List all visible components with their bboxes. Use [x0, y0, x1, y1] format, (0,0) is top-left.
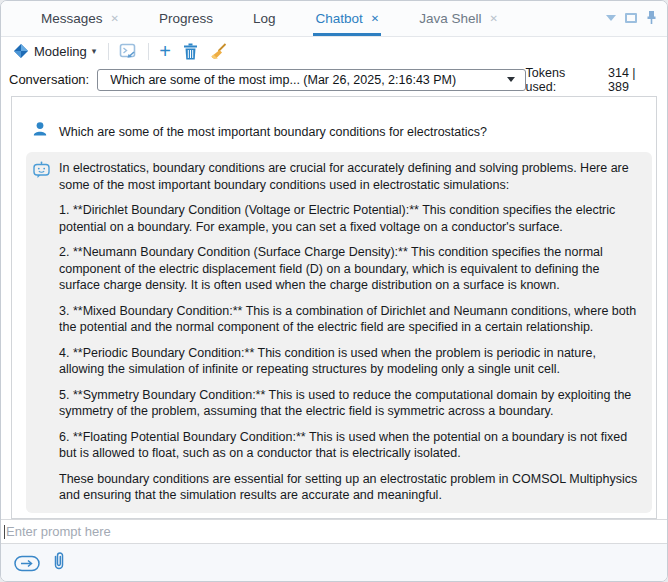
- chevron-down-icon: [507, 77, 515, 82]
- tab-label: Log: [253, 11, 276, 26]
- modeling-dropdown-button[interactable]: Modeling ▾: [9, 41, 100, 61]
- bot-paragraph: In electrostatics, boundary conditions a…: [59, 160, 642, 193]
- prompt-window-icon: [119, 43, 138, 60]
- conversation-selected-value: Which are some of the most imp... (Mar 2…: [110, 73, 506, 87]
- chat-history-panel: Which are some of the most important bou…: [11, 96, 657, 519]
- clear-conversation-button[interactable]: [208, 42, 229, 61]
- float-window-icon[interactable]: [625, 13, 637, 23]
- send-prompt-button[interactable]: [14, 555, 40, 572]
- bot-message-text: In electrostatics, boundary conditions a…: [59, 160, 642, 504]
- tab-messages[interactable]: Messages ✕: [39, 3, 121, 36]
- bot-paragraph: 1. **Dirichlet Boundary Condition (Volta…: [59, 202, 642, 235]
- pin-icon[interactable]: [646, 10, 657, 25]
- new-conversation-button[interactable]: +: [157, 43, 173, 59]
- bot-message-bubble: In electrostatics, boundary conditions a…: [26, 152, 652, 513]
- conversation-select[interactable]: Which are some of the most imp... (Mar 2…: [97, 69, 525, 91]
- bot-paragraph: 6. **Floating Potential Boundary Conditi…: [59, 429, 642, 462]
- conversation-label: Conversation:: [9, 72, 89, 87]
- user-message-row: Which are some of the most important bou…: [32, 121, 656, 140]
- close-icon[interactable]: ✕: [111, 13, 119, 24]
- bot-paragraph: 2. **Neumann Boundary Condition (Surface…: [59, 244, 642, 294]
- separator: [148, 43, 149, 60]
- close-icon[interactable]: ✕: [371, 13, 379, 24]
- tab-strip: Messages ✕ Progress Log Chatbot ✕ Java S…: [39, 1, 500, 36]
- modeling-label: Modeling: [34, 44, 87, 59]
- panel-controls: [606, 1, 657, 34]
- send-arrow-icon: [14, 555, 40, 572]
- tokens-label: Tokens used:: [526, 66, 598, 94]
- add-icon: +: [159, 44, 171, 58]
- user-message-text: Which are some of the most important bou…: [59, 121, 487, 140]
- clear-broom-icon: [210, 43, 227, 60]
- tab-java-shell[interactable]: Java Shell ✕: [417, 3, 500, 36]
- tab-log[interactable]: Log: [251, 3, 278, 36]
- tab-chatbot[interactable]: Chatbot ✕: [313, 3, 381, 36]
- chevron-down-icon[interactable]: [606, 15, 616, 21]
- separator: [108, 43, 109, 60]
- paperclip-icon: [52, 551, 66, 571]
- bot-paragraph: 5. **Symmetry Boundary Condition:** This…: [59, 387, 642, 420]
- prompt-actions-bar: [1, 544, 667, 582]
- delete-trash-icon: [183, 43, 198, 60]
- user-avatar-icon: [32, 121, 48, 137]
- chatbot-toolbar: Modeling ▾ +: [1, 37, 667, 65]
- tab-label: Progress: [159, 11, 213, 26]
- prompt-input[interactable]: [6, 524, 667, 539]
- modeling-diamond-icon: [13, 43, 29, 59]
- prompt-row: [1, 519, 667, 544]
- chevron-down-icon: ▾: [92, 46, 97, 56]
- chatbot-window: Messages ✕ Progress Log Chatbot ✕ Java S…: [0, 0, 668, 582]
- bot-paragraph: These boundary conditions are essential …: [59, 471, 642, 504]
- bot-paragraph: 3. **Mixed Boundary Condition:** This is…: [59, 303, 642, 336]
- text-caret: [4, 525, 5, 539]
- prompt-window-button[interactable]: [117, 42, 140, 61]
- delete-conversation-button[interactable]: [181, 42, 200, 61]
- close-icon[interactable]: ✕: [489, 13, 497, 24]
- tokens-value: 314 | 389: [608, 66, 659, 94]
- tab-bar: Messages ✕ Progress Log Chatbot ✕ Java S…: [1, 1, 667, 37]
- tab-label: Chatbot: [315, 11, 362, 26]
- tab-label: Java Shell: [419, 11, 481, 26]
- tab-progress[interactable]: Progress: [157, 3, 215, 36]
- tab-label: Messages: [41, 11, 103, 26]
- conversation-bar: Conversation: Which are some of the most…: [1, 65, 667, 94]
- attach-file-button[interactable]: [52, 551, 66, 575]
- tokens-used: Tokens used: 314 | 389: [526, 66, 659, 94]
- chatbot-icon: [32, 161, 51, 180]
- bot-paragraph: 4. **Periodic Boundary Condition:** This…: [59, 345, 642, 378]
